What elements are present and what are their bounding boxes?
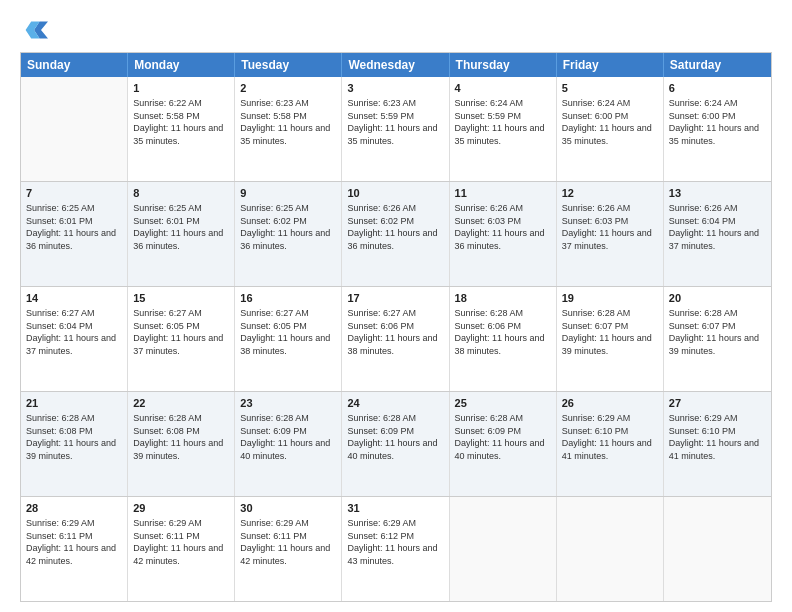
- cell-sunrise: Sunrise: 6:28 AMSunset: 6:07 PMDaylight:…: [669, 308, 759, 356]
- cell-sunrise: Sunrise: 6:25 AMSunset: 6:02 PMDaylight:…: [240, 203, 330, 251]
- day-number: 12: [562, 186, 658, 201]
- cell-sunrise: Sunrise: 6:29 AMSunset: 6:10 PMDaylight:…: [562, 413, 652, 461]
- day-number: 11: [455, 186, 551, 201]
- day-number: 30: [240, 501, 336, 516]
- calendar-cell: 24Sunrise: 6:28 AMSunset: 6:09 PMDayligh…: [342, 392, 449, 496]
- calendar-cell: 13Sunrise: 6:26 AMSunset: 6:04 PMDayligh…: [664, 182, 771, 286]
- day-number: 6: [669, 81, 766, 96]
- calendar-body: 1Sunrise: 6:22 AMSunset: 5:58 PMDaylight…: [21, 77, 771, 601]
- cell-sunrise: Sunrise: 6:22 AMSunset: 5:58 PMDaylight:…: [133, 98, 223, 146]
- day-number: 18: [455, 291, 551, 306]
- cell-sunrise: Sunrise: 6:29 AMSunset: 6:11 PMDaylight:…: [240, 518, 330, 566]
- logo-icon: [20, 16, 48, 44]
- cell-sunrise: Sunrise: 6:28 AMSunset: 6:07 PMDaylight:…: [562, 308, 652, 356]
- calendar-cell: 18Sunrise: 6:28 AMSunset: 6:06 PMDayligh…: [450, 287, 557, 391]
- calendar-cell: 1Sunrise: 6:22 AMSunset: 5:58 PMDaylight…: [128, 77, 235, 181]
- day-number: 24: [347, 396, 443, 411]
- cell-sunrise: Sunrise: 6:27 AMSunset: 6:05 PMDaylight:…: [133, 308, 223, 356]
- calendar-cell: 7Sunrise: 6:25 AMSunset: 6:01 PMDaylight…: [21, 182, 128, 286]
- calendar-cell: 6Sunrise: 6:24 AMSunset: 6:00 PMDaylight…: [664, 77, 771, 181]
- calendar-cell: 30Sunrise: 6:29 AMSunset: 6:11 PMDayligh…: [235, 497, 342, 601]
- cell-sunrise: Sunrise: 6:28 AMSunset: 6:09 PMDaylight:…: [240, 413, 330, 461]
- calendar-cell: 10Sunrise: 6:26 AMSunset: 6:02 PMDayligh…: [342, 182, 449, 286]
- day-number: 5: [562, 81, 658, 96]
- cell-sunrise: Sunrise: 6:25 AMSunset: 6:01 PMDaylight:…: [26, 203, 116, 251]
- calendar-cell: 23Sunrise: 6:28 AMSunset: 6:09 PMDayligh…: [235, 392, 342, 496]
- calendar-cell: 8Sunrise: 6:25 AMSunset: 6:01 PMDaylight…: [128, 182, 235, 286]
- calendar-cell-empty: [450, 497, 557, 601]
- calendar-header: SundayMondayTuesdayWednesdayThursdayFrid…: [21, 53, 771, 77]
- calendar-cell-empty: [557, 497, 664, 601]
- calendar-cell: 22Sunrise: 6:28 AMSunset: 6:08 PMDayligh…: [128, 392, 235, 496]
- calendar-cell: 21Sunrise: 6:28 AMSunset: 6:08 PMDayligh…: [21, 392, 128, 496]
- calendar-cell: 28Sunrise: 6:29 AMSunset: 6:11 PMDayligh…: [21, 497, 128, 601]
- day-number: 22: [133, 396, 229, 411]
- calendar-cell: 4Sunrise: 6:24 AMSunset: 5:59 PMDaylight…: [450, 77, 557, 181]
- calendar-cell: 19Sunrise: 6:28 AMSunset: 6:07 PMDayligh…: [557, 287, 664, 391]
- calendar-cell: 15Sunrise: 6:27 AMSunset: 6:05 PMDayligh…: [128, 287, 235, 391]
- day-number: 29: [133, 501, 229, 516]
- cell-sunrise: Sunrise: 6:29 AMSunset: 6:11 PMDaylight:…: [26, 518, 116, 566]
- cell-sunrise: Sunrise: 6:23 AMSunset: 5:59 PMDaylight:…: [347, 98, 437, 146]
- day-number: 15: [133, 291, 229, 306]
- calendar-cell: 9Sunrise: 6:25 AMSunset: 6:02 PMDaylight…: [235, 182, 342, 286]
- header: [20, 16, 772, 44]
- logo: [20, 16, 54, 44]
- day-number: 10: [347, 186, 443, 201]
- day-number: 2: [240, 81, 336, 96]
- calendar-week: 21Sunrise: 6:28 AMSunset: 6:08 PMDayligh…: [21, 392, 771, 497]
- calendar-week: 28Sunrise: 6:29 AMSunset: 6:11 PMDayligh…: [21, 497, 771, 601]
- calendar-cell: 31Sunrise: 6:29 AMSunset: 6:12 PMDayligh…: [342, 497, 449, 601]
- day-number: 4: [455, 81, 551, 96]
- calendar-day-header: Thursday: [450, 53, 557, 77]
- cell-sunrise: Sunrise: 6:28 AMSunset: 6:08 PMDaylight:…: [133, 413, 223, 461]
- calendar-week: 1Sunrise: 6:22 AMSunset: 5:58 PMDaylight…: [21, 77, 771, 182]
- calendar-cell: 16Sunrise: 6:27 AMSunset: 6:05 PMDayligh…: [235, 287, 342, 391]
- day-number: 20: [669, 291, 766, 306]
- day-number: 25: [455, 396, 551, 411]
- cell-sunrise: Sunrise: 6:24 AMSunset: 5:59 PMDaylight:…: [455, 98, 545, 146]
- day-number: 14: [26, 291, 122, 306]
- cell-sunrise: Sunrise: 6:24 AMSunset: 6:00 PMDaylight:…: [669, 98, 759, 146]
- day-number: 26: [562, 396, 658, 411]
- calendar-day-header: Saturday: [664, 53, 771, 77]
- calendar: SundayMondayTuesdayWednesdayThursdayFrid…: [20, 52, 772, 602]
- day-number: 13: [669, 186, 766, 201]
- calendar-cell: 17Sunrise: 6:27 AMSunset: 6:06 PMDayligh…: [342, 287, 449, 391]
- cell-sunrise: Sunrise: 6:28 AMSunset: 6:09 PMDaylight:…: [455, 413, 545, 461]
- cell-sunrise: Sunrise: 6:27 AMSunset: 6:05 PMDaylight:…: [240, 308, 330, 356]
- calendar-cell: 26Sunrise: 6:29 AMSunset: 6:10 PMDayligh…: [557, 392, 664, 496]
- cell-sunrise: Sunrise: 6:26 AMSunset: 6:04 PMDaylight:…: [669, 203, 759, 251]
- calendar-day-header: Tuesday: [235, 53, 342, 77]
- cell-sunrise: Sunrise: 6:26 AMSunset: 6:03 PMDaylight:…: [562, 203, 652, 251]
- cell-sunrise: Sunrise: 6:27 AMSunset: 6:04 PMDaylight:…: [26, 308, 116, 356]
- calendar-cell-empty: [664, 497, 771, 601]
- calendar-cell: 11Sunrise: 6:26 AMSunset: 6:03 PMDayligh…: [450, 182, 557, 286]
- calendar-cell: 29Sunrise: 6:29 AMSunset: 6:11 PMDayligh…: [128, 497, 235, 601]
- calendar-cell: 27Sunrise: 6:29 AMSunset: 6:10 PMDayligh…: [664, 392, 771, 496]
- cell-sunrise: Sunrise: 6:28 AMSunset: 6:09 PMDaylight:…: [347, 413, 437, 461]
- calendar-day-header: Friday: [557, 53, 664, 77]
- day-number: 3: [347, 81, 443, 96]
- day-number: 1: [133, 81, 229, 96]
- calendar-day-header: Wednesday: [342, 53, 449, 77]
- cell-sunrise: Sunrise: 6:25 AMSunset: 6:01 PMDaylight:…: [133, 203, 223, 251]
- cell-sunrise: Sunrise: 6:23 AMSunset: 5:58 PMDaylight:…: [240, 98, 330, 146]
- day-number: 27: [669, 396, 766, 411]
- cell-sunrise: Sunrise: 6:24 AMSunset: 6:00 PMDaylight:…: [562, 98, 652, 146]
- calendar-cell: 14Sunrise: 6:27 AMSunset: 6:04 PMDayligh…: [21, 287, 128, 391]
- cell-sunrise: Sunrise: 6:28 AMSunset: 6:08 PMDaylight:…: [26, 413, 116, 461]
- calendar-cell: 2Sunrise: 6:23 AMSunset: 5:58 PMDaylight…: [235, 77, 342, 181]
- calendar-cell: 5Sunrise: 6:24 AMSunset: 6:00 PMDaylight…: [557, 77, 664, 181]
- calendar-cell: 20Sunrise: 6:28 AMSunset: 6:07 PMDayligh…: [664, 287, 771, 391]
- calendar-cell: 25Sunrise: 6:28 AMSunset: 6:09 PMDayligh…: [450, 392, 557, 496]
- day-number: 23: [240, 396, 336, 411]
- calendar-week: 7Sunrise: 6:25 AMSunset: 6:01 PMDaylight…: [21, 182, 771, 287]
- day-number: 21: [26, 396, 122, 411]
- day-number: 31: [347, 501, 443, 516]
- calendar-cell: 3Sunrise: 6:23 AMSunset: 5:59 PMDaylight…: [342, 77, 449, 181]
- cell-sunrise: Sunrise: 6:29 AMSunset: 6:11 PMDaylight:…: [133, 518, 223, 566]
- day-number: 9: [240, 186, 336, 201]
- calendar-week: 14Sunrise: 6:27 AMSunset: 6:04 PMDayligh…: [21, 287, 771, 392]
- cell-sunrise: Sunrise: 6:27 AMSunset: 6:06 PMDaylight:…: [347, 308, 437, 356]
